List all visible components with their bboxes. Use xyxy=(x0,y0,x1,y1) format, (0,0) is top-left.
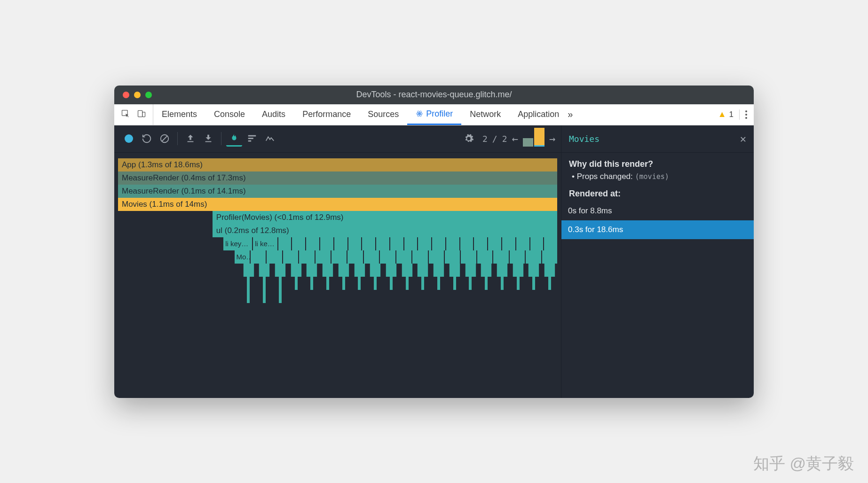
why-render-heading: Why did this render? xyxy=(569,159,746,169)
flame-bar-measure2[interactable]: MeasureRender (0.1ms of 14.1ms) xyxy=(118,185,557,198)
close-sidebar-button[interactable]: ✕ xyxy=(740,133,746,145)
reload-button[interactable] xyxy=(139,131,155,147)
interactions-tab[interactable] xyxy=(262,131,278,147)
export-button[interactable] xyxy=(200,131,216,147)
tab-network[interactable]: Network xyxy=(461,104,509,125)
close-window-button[interactable] xyxy=(123,92,129,98)
flame-movie-row: Mo… xyxy=(235,250,557,264)
svg-rect-12 xyxy=(248,140,251,142)
commit-sep: / xyxy=(492,134,497,144)
flame-li-1[interactable]: li key… xyxy=(223,237,252,250)
clear-button[interactable] xyxy=(157,131,173,147)
record-button[interactable] xyxy=(121,131,137,147)
devtools-menu-button[interactable] xyxy=(745,110,747,119)
tab-audits[interactable]: Audits xyxy=(253,104,294,125)
tab-profiler-label: Profiler xyxy=(426,109,453,119)
commit-total: 2 xyxy=(502,134,507,144)
devtools-tabbar: Elements Console Audits Performance Sour… xyxy=(114,104,754,125)
device-toolbar-icon[interactable] xyxy=(137,109,146,120)
rendered-at-heading: Rendered at: xyxy=(569,189,746,199)
flame-bar-profiler[interactable]: Profiler(Movies) (<0.1ms of 12.9ms) xyxy=(213,211,557,224)
flame-movie[interactable]: Mo… xyxy=(235,250,250,264)
flamegraph-tab[interactable] xyxy=(226,131,242,147)
render-commit-1[interactable]: 0s for 8.8ms xyxy=(561,202,754,220)
svg-rect-1 xyxy=(138,110,142,117)
flame-li-2[interactable]: li ke… xyxy=(253,237,277,250)
render-commit-2[interactable]: 0.3s for 18.6ms xyxy=(561,220,754,239)
commit-bar-1[interactable] xyxy=(523,138,533,147)
svg-point-3 xyxy=(419,113,420,115)
tab-sources[interactable]: Sources xyxy=(359,104,407,125)
commit-index: 2 xyxy=(482,134,488,144)
window-title: DevTools - react-movies-queue.glitch.me/ xyxy=(114,90,754,100)
minimize-window-button[interactable] xyxy=(134,92,141,98)
import-button[interactable] xyxy=(182,131,198,147)
profiler-toolbar: 2 / 2 ← → xyxy=(114,125,561,153)
svg-rect-2 xyxy=(142,112,145,117)
more-tabs-button[interactable]: » xyxy=(568,109,573,120)
react-icon xyxy=(416,110,423,117)
flame-bar-ul[interactable]: ul (0.2ms of 12.8ms) xyxy=(213,224,557,237)
tab-console[interactable]: Console xyxy=(205,104,253,125)
flamegraph: App (1.3ms of 18.6ms) MeasureRender (0.4… xyxy=(114,153,561,398)
commit-chart[interactable] xyxy=(523,129,544,148)
divider xyxy=(739,109,740,120)
commit-bar-2[interactable] xyxy=(534,128,544,147)
flame-bar-measure1[interactable]: MeasureRender (0.4ms of 17.3ms) xyxy=(118,171,557,185)
warnings-count: 1 xyxy=(729,110,734,119)
svg-rect-10 xyxy=(248,135,256,137)
flame-li-row: li key… li ke… xyxy=(223,237,557,250)
settings-button[interactable] xyxy=(461,131,477,147)
flame-bar-app[interactable]: App (1.3ms of 18.6ms) xyxy=(118,158,557,171)
warnings-indicator[interactable]: ▲ 1 xyxy=(718,109,734,119)
tab-application[interactable]: Application xyxy=(509,104,568,125)
svg-rect-11 xyxy=(248,138,253,139)
svg-rect-9 xyxy=(205,141,212,142)
sidebar-header: Movies ✕ xyxy=(561,125,754,153)
next-commit-button[interactable]: → xyxy=(549,133,555,145)
flame-bar-movies[interactable]: Movies (1.1ms of 14ms) xyxy=(118,198,557,211)
devtools-window: DevTools - react-movies-queue.glitch.me/… xyxy=(114,86,754,398)
tab-profiler[interactable]: Profiler xyxy=(407,104,461,125)
why-render-reason: • Props changed: (movies) xyxy=(572,172,746,181)
inspect-element-icon[interactable] xyxy=(121,109,130,120)
warning-icon: ▲ xyxy=(718,109,726,119)
selected-component-name: Movies xyxy=(569,134,600,144)
prev-commit-button[interactable]: ← xyxy=(512,133,518,145)
watermark: 知乎 @黄子毅 xyxy=(753,453,854,475)
tab-elements[interactable]: Elements xyxy=(153,104,205,125)
tab-performance[interactable]: Performance xyxy=(294,104,359,125)
window-controls xyxy=(114,92,152,98)
ranked-tab[interactable] xyxy=(244,131,260,147)
svg-rect-8 xyxy=(188,141,194,142)
flame-li[interactable] xyxy=(278,237,292,250)
maximize-window-button[interactable] xyxy=(145,92,152,98)
titlebar: DevTools - react-movies-queue.glitch.me/ xyxy=(114,86,754,104)
